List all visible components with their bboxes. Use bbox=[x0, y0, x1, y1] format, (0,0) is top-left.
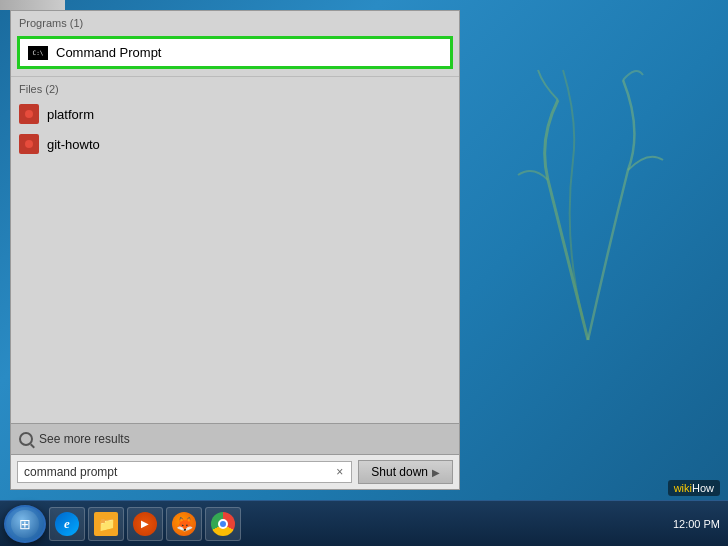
ie-icon: e bbox=[55, 512, 79, 536]
start-menu-bottom: See more results bbox=[11, 423, 459, 454]
taskbar-chrome-button[interactable] bbox=[205, 507, 241, 541]
taskbar-ie-button[interactable]: e bbox=[49, 507, 85, 541]
programs-section: Programs (1) Command Prompt bbox=[11, 11, 459, 77]
programs-label: Programs (1) bbox=[11, 15, 459, 33]
search-bar: command prompt × Shut down ▶ bbox=[11, 454, 459, 489]
desktop-decoration bbox=[488, 60, 688, 360]
wikihow-how: How bbox=[692, 482, 714, 494]
empty-area bbox=[11, 163, 459, 423]
firefox-icon: 🦊 bbox=[172, 512, 196, 536]
file-icon-platform bbox=[19, 104, 39, 124]
file-item-git-howto[interactable]: git-howto bbox=[11, 129, 459, 159]
file-icon-git-howto bbox=[19, 134, 39, 154]
start-button[interactable]: ⊞ bbox=[4, 505, 46, 543]
taskbar-wmp-button[interactable]: ▶ bbox=[127, 507, 163, 541]
desktop-thumbnail bbox=[0, 0, 65, 10]
shutdown-button[interactable]: Shut down ▶ bbox=[358, 460, 453, 484]
search-icon bbox=[19, 432, 33, 446]
wmp-icon: ▶ bbox=[133, 512, 157, 536]
windows-logo-icon: ⊞ bbox=[19, 516, 31, 532]
file-item-platform[interactable]: platform bbox=[11, 99, 459, 129]
shutdown-label: Shut down bbox=[371, 465, 428, 479]
see-more-results[interactable]: See more results bbox=[11, 428, 459, 450]
taskbar-folder-button[interactable]: 📁 bbox=[88, 507, 124, 541]
folder-icon: 📁 bbox=[94, 512, 118, 536]
chrome-icon bbox=[211, 512, 235, 536]
taskbar-firefox-button[interactable]: 🦊 bbox=[166, 507, 202, 541]
taskbar: ⊞ e 📁 ▶ 🦊 12:00 PM bbox=[0, 500, 728, 546]
shutdown-arrow-icon: ▶ bbox=[432, 467, 440, 478]
search-clear-button[interactable]: × bbox=[334, 465, 345, 479]
start-menu: Programs (1) Command Prompt Files (2) pl… bbox=[10, 10, 460, 490]
system-tray: 12:00 PM bbox=[673, 518, 724, 530]
tray-time: 12:00 PM bbox=[673, 518, 720, 530]
files-label: Files (2) bbox=[11, 81, 459, 99]
search-input-value: command prompt bbox=[24, 465, 334, 479]
files-section: Files (2) platform git-howto bbox=[11, 77, 459, 163]
cmd-prompt-label: Command Prompt bbox=[56, 45, 161, 60]
search-input-wrapper[interactable]: command prompt × bbox=[17, 461, 352, 483]
desktop: Programs (1) Command Prompt Files (2) pl… bbox=[0, 0, 728, 546]
file-label-git-howto: git-howto bbox=[47, 137, 100, 152]
file-label-platform: platform bbox=[47, 107, 94, 122]
wikihow-badge: wikiHow bbox=[668, 480, 720, 496]
command-prompt-result[interactable]: Command Prompt bbox=[17, 36, 453, 69]
see-more-text: See more results bbox=[39, 432, 130, 446]
wikihow-wh: wiki bbox=[674, 482, 692, 494]
start-orb: ⊞ bbox=[11, 510, 39, 538]
cmd-icon bbox=[28, 46, 48, 60]
